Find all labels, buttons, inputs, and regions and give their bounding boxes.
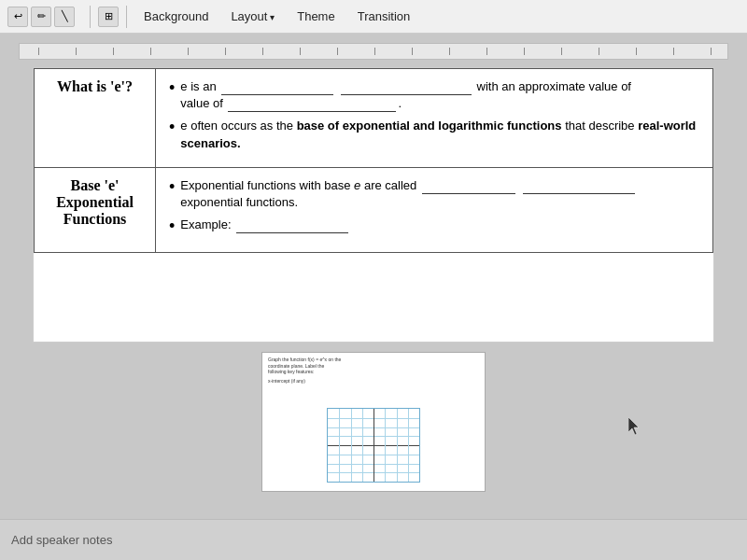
separator-2	[126, 6, 127, 28]
theme-button[interactable]: Theme	[288, 6, 344, 27]
slide-content: What is 'e'? • e is an with an approxima…	[33, 67, 714, 343]
thumb-line-3: following key features:	[268, 369, 479, 375]
separator-1	[90, 6, 91, 28]
bullet-item-3: • Exponential functions with base e are …	[169, 177, 699, 211]
transition-button[interactable]: Transition	[348, 6, 420, 27]
ruler	[19, 43, 728, 60]
blank-3a	[236, 220, 348, 233]
graph-grid	[327, 408, 420, 483]
blank-1b	[341, 82, 472, 95]
layout-button[interactable]: Layout	[221, 6, 284, 27]
speaker-notes-label: Add speaker notes	[11, 533, 112, 547]
bullet-dot-4: •	[169, 217, 175, 237]
blank-2b	[523, 181, 635, 194]
background-button[interactable]: Background	[134, 6, 218, 27]
thumb-text-area: Graph the function f(x) = e^x on the coo…	[262, 353, 485, 399]
slide-thumbnail[interactable]: Graph the function f(x) = e^x on the coo…	[261, 352, 486, 492]
bullet-item-1: • e is an with an approximate value of v…	[169, 78, 699, 112]
slide-thumbnail-area: Graph the function f(x) = e^x on the coo…	[33, 352, 714, 492]
bullet-item-4: • Example:	[169, 217, 699, 237]
bullet-dot-3: •	[169, 177, 175, 198]
bullet-dot-1: •	[169, 78, 175, 99]
bullet-text-2: e often occurs as the base of exponentia…	[180, 118, 699, 151]
grid-icon[interactable]: ⊞	[98, 7, 119, 27]
blank-2a	[422, 181, 515, 194]
thumb-graph-area	[262, 399, 485, 491]
cursor-pointer	[628, 417, 640, 434]
thumb-line-4: x-intercept (if any)	[268, 378, 479, 385]
redo-icon[interactable]: ✏	[31, 7, 51, 27]
bullet-item-2: • e often occurs as the base of exponent…	[169, 118, 699, 151]
bullet-text-3: Exponential functions with base e are ca…	[180, 177, 636, 211]
toolbar: ↩ ✏ ╲ ⊞ Background Layout Theme Transiti…	[0, 0, 747, 34]
main-table: What is 'e'? • e is an with an approxima…	[34, 68, 713, 253]
table-row: Base 'e' Exponential Functions • Exponen…	[35, 167, 713, 252]
slide-area: What is 'e'? • e is an with an approxima…	[0, 34, 747, 519]
blank-1c	[228, 99, 396, 112]
blank-1a	[221, 82, 333, 95]
row1-content: • e is an with an approximate value of v…	[156, 69, 713, 168]
table-row: What is 'e'? • e is an with an approxima…	[35, 69, 713, 168]
row2-content: • Exponential functions with base e are …	[156, 167, 713, 252]
row2-header: Base 'e' Exponential Functions	[35, 167, 156, 252]
undo-icon[interactable]: ↩	[7, 7, 28, 27]
speaker-notes-bar[interactable]: Add speaker notes	[0, 519, 747, 560]
pencil-icon[interactable]: ╲	[54, 7, 75, 27]
bullet-dot-2: •	[169, 118, 175, 138]
bullet-text-4: Example:	[180, 217, 350, 233]
bullet-text-1: e is an with an approximate value of val…	[180, 78, 631, 112]
toolbar-icon-group: ↩ ✏ ╲	[7, 7, 75, 27]
row1-header: What is 'e'?	[35, 69, 156, 168]
